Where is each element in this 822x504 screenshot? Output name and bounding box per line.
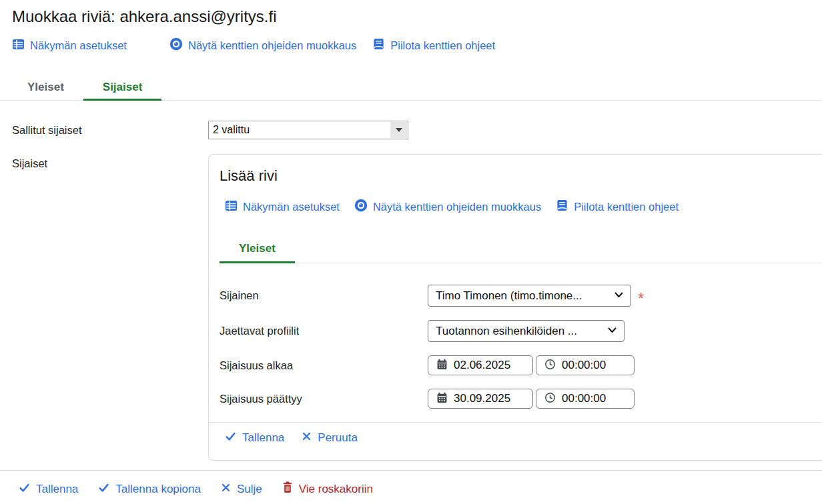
cancel-row-label: Peruuta <box>318 431 358 445</box>
chevron-down-icon <box>614 290 624 302</box>
row-editor-tabbar: Yleiset <box>220 229 822 263</box>
start-time-value: 00:00:00 <box>562 359 606 372</box>
jaettavat-profiilit-row: Jaettavat profiilit Tuotannon esihenkilö… <box>220 320 822 342</box>
eye-icon <box>169 37 183 53</box>
row-editor-panel: Lisää rivi Näkymän asetukset Näytä kentt… <box>208 154 822 461</box>
hide-field-help-link[interactable]: Piilota kenttien ohjeet <box>556 199 679 215</box>
hide-field-help-label: Piilota kenttien ohjeet <box>574 201 679 213</box>
view-settings-link[interactable]: Näkymän asetukset <box>12 38 153 53</box>
trash-icon <box>282 481 293 497</box>
check-icon <box>19 482 30 497</box>
start-date-value: 02.06.2025 <box>454 359 510 372</box>
save-copy-button[interactable]: Tallenna kopiona <box>98 481 201 497</box>
jaettavat-profiilit-value: Tuotannon esihenkilöiden ... <box>436 325 577 338</box>
show-field-help-editing-link[interactable]: Näytä kenttien ohjeiden muokkaus <box>354 199 541 215</box>
view-settings-label: Näkymän asetukset <box>243 201 340 213</box>
row-editor-actions: Tallenna Peruuta <box>225 431 822 445</box>
page-footer: Tallenna Tallenna kopiona Sulje Vie rosk… <box>0 470 822 497</box>
jaettavat-profiilit-select[interactable]: Tuotannon esihenkilöiden ... <box>428 320 625 342</box>
sijaisuus-alkaa-label: Sijaisuus alkaa <box>220 359 428 372</box>
calendar-icon <box>436 359 448 373</box>
table-icon <box>225 199 238 215</box>
sijaisuus-alkaa-datetime: 02.06.2025 00:00:00 <box>428 355 635 375</box>
multiselect-dropdown-button[interactable] <box>390 122 407 138</box>
end-time-value: 00:00:00 <box>562 392 606 405</box>
save-copy-label: Tallenna kopiona <box>115 483 201 496</box>
calendar-icon <box>436 392 448 406</box>
hide-field-help-label: Piilota kenttien ohjeet <box>390 39 495 52</box>
end-time-input[interactable]: 00:00:00 <box>536 389 635 409</box>
sijaisuus-paattyy-datetime: 30.09.2025 00:00:00 <box>428 389 635 409</box>
book-icon <box>556 199 568 215</box>
sijaiset-label: Sijaiset <box>0 154 208 170</box>
panel-footer-divider <box>209 422 822 423</box>
save-row-label: Tallenna <box>242 431 284 445</box>
view-settings-link[interactable]: Näkymän asetukset <box>225 199 340 215</box>
tab-yleiset[interactable]: Yleiset <box>8 69 83 101</box>
row-editor-fields: Sijainen Timo Timonen (timo.timone... * … <box>220 285 822 409</box>
cancel-row-button[interactable]: Peruuta <box>302 431 358 445</box>
hide-field-help-link[interactable]: Piilota kenttien ohjeet <box>372 37 495 53</box>
x-icon <box>302 431 312 445</box>
row-editor-toolbar: Näkymän asetukset Näytä kenttien ohjeide… <box>225 199 822 215</box>
book-icon <box>372 37 385 53</box>
move-to-trash-button[interactable]: Vie roskakoriin <box>282 481 373 497</box>
chevron-down-icon <box>607 325 617 337</box>
sallitut-sijaiset-multiselect[interactable]: 2 valittu <box>208 121 408 139</box>
show-field-help-editing-label: Näytä kenttien ohjeiden muokkaus <box>188 39 356 52</box>
sijainen-label: Sijainen <box>220 289 428 302</box>
main-tabbar: Yleiset Sijaiset <box>0 69 822 101</box>
check-icon <box>225 431 236 445</box>
save-row-button[interactable]: Tallenna <box>225 431 284 445</box>
clock-icon <box>544 359 556 373</box>
sallitut-sijaiset-row: Sallitut sijaiset 2 valittu <box>0 121 822 139</box>
page-footer-divider <box>0 470 822 471</box>
save-button[interactable]: Tallenna <box>19 481 78 497</box>
sijaiset-row: Sijaiset Lisää rivi Näkymän asetukset Nä… <box>0 154 822 461</box>
sijaisuus-alkaa-row: Sijaisuus alkaa 02.06.2025 00:00:00 <box>220 355 822 375</box>
tab-yleiset-nested[interactable]: Yleiset <box>220 229 295 263</box>
jaettavat-profiilit-label: Jaettavat profiilit <box>220 325 428 337</box>
show-field-help-editing-link[interactable]: Näytä kenttien ohjeiden muokkaus <box>169 37 356 53</box>
check-icon <box>98 482 109 497</box>
sallitut-sijaiset-value: 2 valittu <box>209 124 390 136</box>
required-asterisk: * <box>638 294 644 303</box>
sijaisuus-paattyy-row: Sijaisuus päättyy 30.09.2025 00:00:00 <box>220 389 822 409</box>
start-time-input[interactable]: 00:00:00 <box>536 355 635 375</box>
sallitut-sijaiset-label: Sallitut sijaiset <box>0 123 208 137</box>
tab-sijaiset[interactable]: Sijaiset <box>83 69 162 101</box>
end-date-value: 30.09.2025 <box>454 392 510 405</box>
eye-icon <box>354 199 368 215</box>
sijainen-value: Timo Timonen (timo.timone... <box>436 289 582 303</box>
save-label: Tallenna <box>36 483 78 496</box>
page-title: Muokkaa riviä: ahkera.anssi@yritys.fi <box>12 7 822 27</box>
start-date-input[interactable]: 02.06.2025 <box>428 355 533 375</box>
view-settings-label: Näkymän asetukset <box>30 39 127 52</box>
sijaisuus-paattyy-label: Sijaisuus päättyy <box>220 393 428 405</box>
close-button[interactable]: Sulje <box>221 481 262 497</box>
end-date-input[interactable]: 30.09.2025 <box>428 389 533 409</box>
sijainen-select[interactable]: Timo Timonen (timo.timone... <box>428 285 631 307</box>
clock-icon <box>544 392 556 406</box>
move-to-trash-label: Vie roskakoriin <box>299 483 373 496</box>
close-label: Sulje <box>237 483 262 496</box>
show-field-help-editing-label: Näytä kenttien ohjeiden muokkaus <box>373 201 541 213</box>
footer-actions: Tallenna Tallenna kopiona Sulje Vie rosk… <box>19 481 822 497</box>
row-editor-title: Lisää rivi <box>220 167 822 185</box>
sijainen-row: Sijainen Timo Timonen (timo.timone... * <box>220 285 822 307</box>
table-icon <box>12 38 25 53</box>
top-toolbar: Näkymän asetukset Näytä kenttien ohjeide… <box>12 37 822 53</box>
x-icon <box>221 483 231 496</box>
triangle-down-icon <box>396 128 402 132</box>
